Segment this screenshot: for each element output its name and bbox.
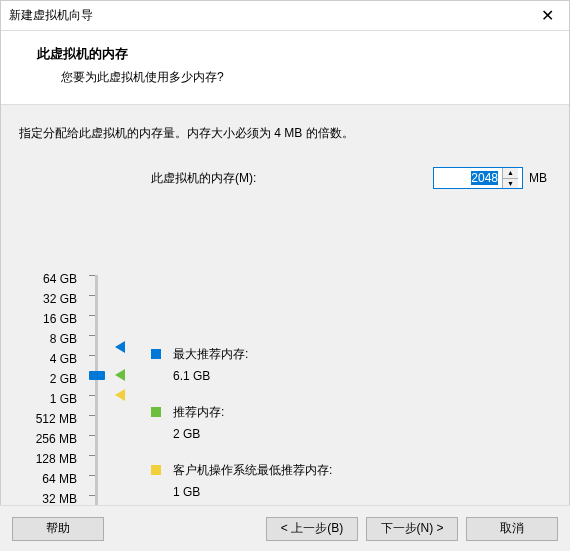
marker-max-icon: [115, 341, 125, 353]
memory-spinner: ▲ ▼: [433, 167, 523, 189]
slider-thumb[interactable]: [89, 371, 105, 380]
memory-unit: MB: [529, 171, 547, 185]
slider-tick-label: 64 GB: [19, 269, 77, 289]
slider-tick-label: 32 GB: [19, 289, 77, 309]
square-icon: [151, 349, 161, 359]
legend-min: 客户机操作系统最低推荐内存:: [151, 461, 531, 479]
slider-tick-label: 4 GB: [19, 349, 77, 369]
legend-min-label: 客户机操作系统最低推荐内存:: [173, 461, 332, 479]
slider-tick-label: 256 MB: [19, 429, 77, 449]
spin-down-icon[interactable]: ▼: [503, 179, 518, 189]
cancel-button[interactable]: 取消: [466, 517, 558, 541]
legend-rec-value: 2 GB: [151, 425, 531, 443]
legend-rec-label: 推荐内存:: [173, 403, 224, 421]
slider-tick-label: 128 MB: [19, 449, 77, 469]
legend-rec: 推荐内存:: [151, 403, 531, 421]
titlebar: 新建虚拟机向导 ✕: [1, 1, 569, 31]
slider-tick-label: 8 GB: [19, 329, 77, 349]
marker-rec-icon: [115, 369, 125, 381]
memory-input[interactable]: [434, 168, 502, 188]
memory-row: 此虚拟机的内存(M): ▲ ▼ MB: [19, 166, 551, 190]
wizard-footer: 帮助 < 上一步(B) 下一步(N) > 取消: [0, 505, 570, 551]
spinner-buttons: ▲ ▼: [502, 168, 518, 188]
slider-tick-label: 1 GB: [19, 389, 77, 409]
legend: 最大推荐内存: 6.1 GB 推荐内存: 2 GB 客户机操作系统最低推荐内存:…: [151, 345, 531, 519]
slider-tick-label: 2 GB: [19, 369, 77, 389]
window-title: 新建虚拟机向导: [9, 7, 93, 24]
legend-max: 最大推荐内存:: [151, 345, 531, 363]
spin-up-icon[interactable]: ▲: [503, 168, 518, 179]
instruction-text: 指定分配给此虚拟机的内存量。内存大小必须为 4 MB 的倍数。: [19, 125, 551, 142]
next-button[interactable]: 下一步(N) >: [366, 517, 458, 541]
page-subtitle: 您要为此虚拟机使用多少内存?: [37, 69, 551, 86]
legend-max-label: 最大推荐内存:: [173, 345, 248, 363]
legend-min-value: 1 GB: [151, 483, 531, 501]
close-icon[interactable]: ✕: [535, 6, 559, 25]
marker-min-icon: [115, 389, 125, 401]
help-button[interactable]: 帮助: [12, 517, 104, 541]
square-icon: [151, 465, 161, 475]
wizard-header: 此虚拟机的内存 您要为此虚拟机使用多少内存?: [1, 31, 569, 105]
wizard-body: 指定分配给此虚拟机的内存量。内存大小必须为 4 MB 的倍数。 此虚拟机的内存(…: [1, 105, 569, 505]
slider-tick-label: 64 MB: [19, 469, 77, 489]
slider-tick-label: 16 GB: [19, 309, 77, 329]
memory-label: 此虚拟机的内存(M):: [151, 170, 256, 187]
page-title: 此虚拟机的内存: [37, 45, 551, 63]
legend-max-value: 6.1 GB: [151, 367, 531, 385]
square-icon: [151, 407, 161, 417]
slider-tick-label: 512 MB: [19, 409, 77, 429]
back-button[interactable]: < 上一步(B): [266, 517, 358, 541]
